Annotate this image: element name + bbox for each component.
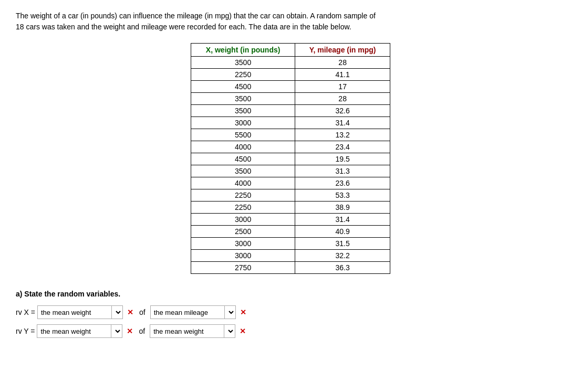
rv-y-second-input[interactable] xyxy=(150,325,224,337)
rv-x-clear-button[interactable]: ✕ xyxy=(126,308,134,316)
table-row: 225041.1 xyxy=(191,69,390,81)
rv-y-of-text: of xyxy=(139,327,145,335)
table-row: 450017 xyxy=(191,81,390,93)
table-cell-y: 19.5 xyxy=(295,153,390,165)
table-row: 275036.3 xyxy=(191,262,390,274)
table-header-x: X, weight (in pounds) xyxy=(191,44,295,57)
section-a-label: a) State the random variables. xyxy=(16,290,565,298)
table-cell-x: 2250 xyxy=(191,69,295,81)
table-cell-y: 28 xyxy=(295,93,390,105)
data-table-container: X, weight (in pounds) Y, mileage (in mpg… xyxy=(16,43,565,274)
table-cell-y: 31.4 xyxy=(295,214,390,226)
rv-y-second-dropdown[interactable] xyxy=(224,325,235,337)
table-cell-y: 36.3 xyxy=(295,262,390,274)
table-cell-x: 3000 xyxy=(191,117,295,129)
table-cell-y: 32.2 xyxy=(295,250,390,262)
rv-x-second-clear-button[interactable]: ✕ xyxy=(239,308,247,316)
table-cell-x: 3000 xyxy=(191,238,295,250)
table-row: 250040.9 xyxy=(191,226,390,238)
table-row: 550013.2 xyxy=(191,129,390,141)
rv-x-input-group[interactable] xyxy=(37,305,123,319)
rv-y-second-input-group[interactable] xyxy=(150,324,235,338)
table-cell-x: 4000 xyxy=(191,141,295,153)
rv-x-of-text: of xyxy=(139,308,146,316)
table-row: 350028 xyxy=(191,93,390,105)
rv-x-input[interactable] xyxy=(38,306,111,319)
table-cell-x: 2250 xyxy=(191,189,295,202)
table-cell-x: 3500 xyxy=(191,57,295,69)
table-cell-y: 17 xyxy=(295,81,390,93)
table-row: 450019.5 xyxy=(191,153,390,165)
table-row: 300031.5 xyxy=(191,238,390,250)
table-cell-y: 31.5 xyxy=(295,238,390,250)
table-cell-y: 38.9 xyxy=(295,202,390,214)
table-cell-y: 28 xyxy=(295,57,390,69)
table-header-y: Y, mileage (in mpg) xyxy=(295,44,390,57)
rv-y-row: rv Y = ✕ of ✕ xyxy=(16,324,565,338)
table-row: 400023.6 xyxy=(191,177,390,189)
table-row: 225053.3 xyxy=(191,189,390,202)
table-row: 350032.6 xyxy=(191,105,390,117)
table-cell-y: 31.4 xyxy=(295,117,390,129)
rv-x-row: rv X = ✕ of ✕ xyxy=(16,305,565,319)
rv-x-label: rv X = xyxy=(16,308,35,316)
rv-y-dropdown[interactable] xyxy=(111,325,122,337)
rv-x-second-input-group[interactable] xyxy=(150,305,236,319)
data-table: X, weight (in pounds) Y, mileage (in mpg… xyxy=(191,43,390,274)
table-cell-x: 5500 xyxy=(191,129,295,141)
table-cell-y: 31.3 xyxy=(295,165,390,177)
table-cell-y: 13.2 xyxy=(295,129,390,141)
rv-y-second-clear-button[interactable]: ✕ xyxy=(238,327,247,335)
table-cell-x: 3500 xyxy=(191,93,295,105)
rv-y-label: rv Y = xyxy=(16,327,35,335)
rv-x-second-input[interactable] xyxy=(151,306,224,319)
table-cell-x: 2500 xyxy=(191,226,295,238)
table-row: 400023.4 xyxy=(191,141,390,153)
table-row: 300031.4 xyxy=(191,117,390,129)
rv-x-second-dropdown[interactable] xyxy=(224,306,235,319)
table-row: 300031.4 xyxy=(191,214,390,226)
table-row: 300032.2 xyxy=(191,250,390,262)
table-cell-x: 4500 xyxy=(191,153,295,165)
table-cell-x: 3000 xyxy=(191,250,295,262)
table-cell-x: 4500 xyxy=(191,81,295,93)
table-cell-y: 40.9 xyxy=(295,226,390,238)
table-row: 350028 xyxy=(191,57,390,69)
table-cell-x: 3000 xyxy=(191,214,295,226)
table-cell-y: 32.6 xyxy=(295,105,390,117)
table-cell-x: 3500 xyxy=(191,105,295,117)
table-cell-y: 23.6 xyxy=(295,177,390,189)
table-row: 350031.3 xyxy=(191,165,390,177)
table-cell-y: 23.4 xyxy=(295,141,390,153)
table-cell-y: 53.3 xyxy=(295,189,390,202)
rv-y-clear-button[interactable]: ✕ xyxy=(126,327,134,335)
rv-x-dropdown[interactable] xyxy=(111,306,122,319)
table-cell-y: 41.1 xyxy=(295,69,390,81)
rv-y-input[interactable] xyxy=(37,325,111,337)
table-cell-x: 3500 xyxy=(191,165,295,177)
table-cell-x: 2250 xyxy=(191,202,295,214)
intro-text: The weight of a car (in pounds) can infl… xyxy=(16,10,383,33)
table-cell-x: 4000 xyxy=(191,177,295,189)
table-cell-x: 2750 xyxy=(191,262,295,274)
rv-y-input-group[interactable] xyxy=(37,324,122,338)
table-row: 225038.9 xyxy=(191,202,390,214)
